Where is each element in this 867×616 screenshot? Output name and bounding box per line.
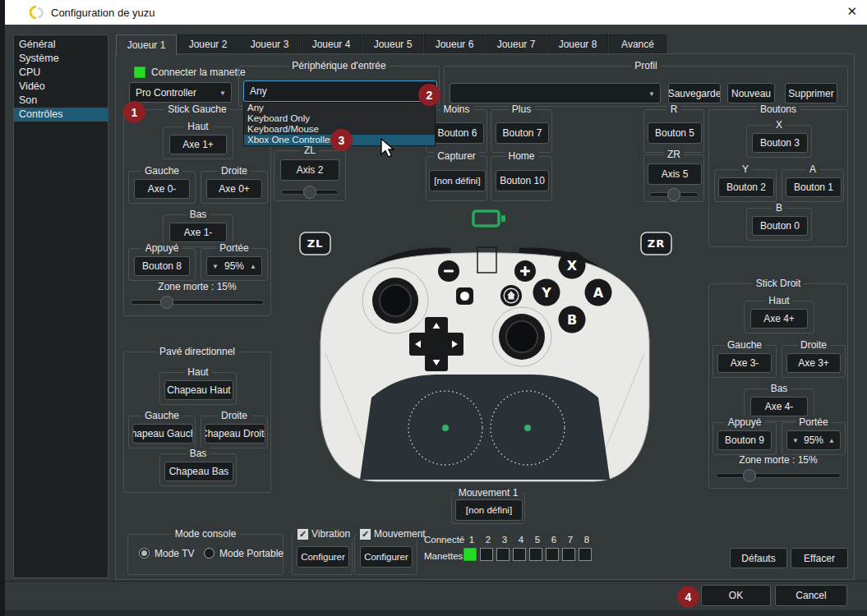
home-button[interactable]: Bouton 10	[496, 170, 549, 191]
port-3-checkbox[interactable]	[496, 548, 510, 561]
sidebar-item-cpu[interactable]: CPU	[14, 66, 108, 80]
zl-button[interactable]: Axis 2	[280, 159, 339, 181]
cancel-button[interactable]: Cancel	[775, 585, 847, 606]
controller-type-select[interactable]: Pro Controller ▼	[129, 82, 232, 103]
minus-button[interactable]: Bouton 6	[431, 122, 484, 144]
r-group-label: R	[667, 103, 681, 115]
connect-controller-label: Connecter la manette	[151, 67, 246, 78]
input-device-group-label: Périphérique d'entrée	[288, 60, 389, 71]
direction-label: Gauche	[141, 410, 182, 421]
b-button[interactable]: Bouton 0	[752, 216, 808, 236]
dropdown-option-any[interactable]: Any	[244, 103, 435, 113]
right-stick-pressed-button[interactable]: Bouton 9	[717, 430, 772, 450]
port-number: 5	[529, 535, 546, 545]
motion1-box: Mouvement 1 [non défini]	[451, 493, 525, 524]
slider-handle[interactable]	[667, 188, 680, 201]
tab-avance[interactable]: Avancé	[609, 34, 666, 53]
close-icon[interactable]: ✕	[846, 4, 857, 19]
left-stick-right-button[interactable]: Axe 0+	[206, 179, 262, 199]
profil-save-button[interactable]: Sauvegarde	[668, 83, 721, 103]
dropdown-option-keyboard-only[interactable]: Keyboard Only	[244, 113, 435, 124]
slider-handle[interactable]	[743, 469, 756, 482]
svg-text:ZR: ZR	[648, 237, 665, 250]
tab-joueur-5[interactable]: Joueur 5	[362, 34, 423, 53]
capture-button[interactable]: [non défini]	[429, 170, 486, 191]
vibration-configure-button[interactable]: Configurer	[297, 546, 349, 568]
zr-slider[interactable]	[649, 188, 699, 201]
controller-diagram: ZL ZR X Y A B	[296, 205, 674, 485]
slider-handle[interactable]	[160, 296, 173, 309]
dpad-group: Pavé directionnel Haut Chapeau Haut Gauc…	[123, 352, 271, 493]
motion1-button[interactable]: [non défini]	[455, 499, 523, 521]
left-stick-range-spinner[interactable]: ▼ 95% ▲	[206, 256, 262, 276]
spin-up-icon[interactable]: ▲	[828, 437, 835, 444]
profil-new-button[interactable]: Nouveau	[727, 83, 775, 103]
spin-down-icon[interactable]: ▼	[792, 437, 799, 444]
ok-button[interactable]: OK	[701, 585, 771, 606]
dpad-right-button[interactable]: Chapeau Droite	[205, 424, 265, 444]
dpad-left-button[interactable]: Chapeau Gauche	[132, 424, 193, 444]
defaults-button[interactable]: Défauts	[730, 548, 787, 568]
clear-button[interactable]: Effacer	[791, 548, 848, 568]
profil-select[interactable]: ▼	[450, 83, 661, 103]
port-1-checkbox[interactable]	[463, 548, 477, 561]
connect-controller-checkbox[interactable]	[134, 67, 145, 78]
tab-joueur-6[interactable]: Joueur 6	[424, 34, 485, 53]
player-tabs: Joueur 1 Joueur 2 Joueur 3 Joueur 4 Joue…	[116, 34, 667, 55]
tab-joueur-8[interactable]: Joueur 8	[547, 34, 608, 53]
tab-joueur-3[interactable]: Joueur 3	[239, 34, 300, 53]
range-label: Portée	[216, 242, 251, 254]
minus-icon	[438, 260, 459, 282]
console-mode-group: Mode console Mode TV Mode Portable	[127, 534, 284, 575]
mode-portable-radio[interactable]	[204, 548, 214, 559]
dpad-down-button[interactable]: Chapeau Bas	[164, 462, 233, 481]
spin-up-icon[interactable]: ▲	[250, 263, 256, 270]
profil-delete-button[interactable]: Supprimer	[785, 83, 837, 103]
plus-button[interactable]: Bouton 7	[496, 122, 549, 144]
vibration-checkbox[interactable]	[297, 529, 308, 540]
left-stick-pressed-button[interactable]: Bouton 8	[134, 256, 190, 276]
input-device-select[interactable]: Any ▼	[243, 80, 437, 102]
tab-joueur-7[interactable]: Joueur 7	[486, 34, 546, 53]
left-stick-deadzone-slider[interactable]	[131, 296, 264, 309]
spin-down-icon[interactable]: ▼	[212, 263, 219, 270]
motion-checkbox[interactable]	[360, 529, 371, 540]
left-stick-down-button[interactable]: Axe 1-	[169, 223, 227, 242]
zl-slider[interactable]	[281, 186, 339, 199]
port-7-checkbox[interactable]	[562, 548, 575, 561]
a-button[interactable]: Bouton 1	[786, 177, 842, 197]
port-8-checkbox[interactable]	[579, 548, 592, 561]
right-stick-down-button[interactable]: Axe 4-	[750, 397, 808, 416]
zr-button[interactable]: Axis 5	[648, 163, 702, 185]
mode-tv-radio[interactable]	[139, 548, 150, 559]
sidebar-item-son[interactable]: Son	[14, 94, 108, 108]
footer-divider	[0, 581, 867, 582]
tab-joueur-2[interactable]: Joueur 2	[178, 34, 238, 53]
right-stick-left-button[interactable]: Axe 3-	[717, 353, 772, 373]
motion-configure-button[interactable]: Configurer	[360, 546, 413, 568]
tab-joueur-4[interactable]: Joueur 4	[301, 34, 362, 53]
port-2-checkbox[interactable]	[480, 548, 493, 561]
port-4-checkbox[interactable]	[513, 548, 526, 561]
slider-handle[interactable]	[303, 186, 316, 199]
right-stick-range-spinner[interactable]: ▼ 95% ▲	[786, 430, 841, 450]
left-stick-left-button[interactable]: Axe 0-	[134, 179, 190, 199]
left-stick-deadzone-label: Zone morte : 15%	[124, 281, 270, 292]
annotation-badge-2: 2	[418, 84, 440, 106]
x-button[interactable]: Bouton 3	[752, 133, 808, 153]
right-stick-right-button[interactable]: Axe 3+	[786, 353, 841, 373]
port-5-checkbox[interactable]	[529, 548, 542, 561]
left-stick-up-button[interactable]: Axe 1+	[169, 135, 227, 154]
right-stick-up-button[interactable]: Axe 4+	[750, 309, 808, 329]
r-button[interactable]: Bouton 5	[648, 122, 702, 144]
sidebar-item-general[interactable]: Général	[14, 38, 108, 52]
sidebar-item-video[interactable]: Vidéo	[14, 80, 108, 94]
y-button[interactable]: Bouton 2	[718, 177, 774, 197]
right-stick-left-box: Gauche Axe 3-	[713, 345, 777, 378]
tab-joueur-1[interactable]: Joueur 1	[116, 34, 177, 55]
right-stick-deadzone-slider[interactable]	[716, 469, 841, 482]
dpad-up-button[interactable]: Chapeau Haut	[164, 380, 233, 400]
port-6-checkbox[interactable]	[546, 548, 559, 561]
sidebar-item-controles[interactable]: Contrôles	[14, 108, 108, 122]
sidebar-item-systeme[interactable]: Système	[14, 52, 108, 66]
